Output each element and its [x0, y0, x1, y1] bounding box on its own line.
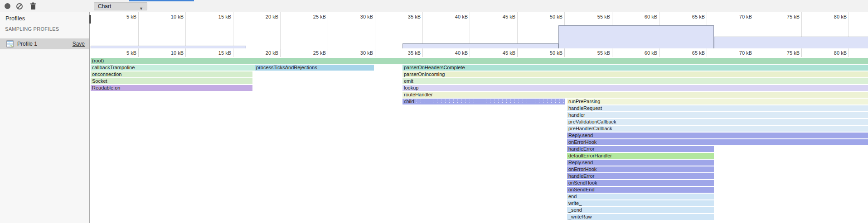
flame-frame[interactable]: onSendEnd — [567, 187, 714, 193]
flame-frame[interactable]: handleRequest — [567, 105, 868, 111]
flame-frame[interactable]: onconnection — [91, 71, 252, 77]
toolbar: Chart ▼ — [0, 0, 868, 12]
ruler-tick-label: 25 kB — [301, 14, 326, 19]
ruler-tick-label: 70 kB — [727, 14, 752, 19]
tick-gridline — [185, 12, 186, 49]
flame-frame[interactable]: handler — [567, 112, 868, 118]
tick-gridline — [138, 12, 139, 49]
tick-gridline — [233, 49, 233, 57]
save-profile-link[interactable]: Save — [73, 38, 85, 49]
ruler-tick-label: 40 kB — [443, 50, 468, 56]
flame-frame[interactable]: preValidationCallback — [567, 119, 868, 125]
ruler-tick-label: 75 kB — [775, 14, 800, 19]
flame-frame[interactable]: Socket — [91, 78, 252, 84]
tick-gridline — [707, 49, 707, 57]
flame-frame[interactable]: onSendHook — [567, 180, 714, 186]
memory-profiler-app: Chart ▼ Profiles SAMPLING PROFILES % Pro… — [0, 0, 868, 223]
ruler-tick-label: 65 kB — [680, 14, 705, 19]
flame-frame[interactable]: runPreParsing — [567, 99, 868, 104]
flame-frame[interactable]: emit — [402, 78, 868, 84]
tick-gridline — [754, 49, 754, 57]
flame-frame[interactable]: _send — [567, 207, 714, 213]
ruler-tick-label: 65 kB — [680, 50, 705, 56]
flame-frame[interactable]: end — [567, 194, 714, 199]
toolbar-divider — [90, 0, 90, 12]
profile-table-icon: % — [6, 40, 14, 47]
flame-frame[interactable]: Reply.send — [567, 133, 868, 138]
ruler-tick-label: 5 kB — [112, 50, 136, 56]
clear-button[interactable] — [15, 2, 24, 10]
sidebar-item-profile-1[interactable]: % Profile 1 Save — [0, 38, 89, 49]
ruler-tick-label: 35 kB — [396, 14, 421, 19]
ruler-tick-label: 45 kB — [491, 14, 515, 19]
ruler-tick-label: 45 kB — [491, 50, 515, 56]
active-tab-indicator — [129, 0, 194, 1]
record-icon — [5, 3, 10, 9]
ruler-tick-label: 20 kB — [254, 14, 278, 19]
flame-frame[interactable]: write_ — [567, 200, 714, 206]
tick-gridline — [659, 49, 659, 57]
sidebar-title: Profiles — [5, 15, 25, 22]
flame-frame[interactable]: callbackTrampoline — [91, 65, 255, 71]
ruler-tick-label: 50 kB — [538, 50, 563, 56]
overview-step — [91, 46, 246, 48]
ruler-tick-label: 30 kB — [349, 14, 373, 19]
sampling-profiles-heading: SAMPLING PROFILES — [5, 26, 59, 32]
flame-frame[interactable]: parserOnIncoming — [402, 71, 868, 77]
tick-gridline — [328, 58, 328, 223]
tick-gridline — [233, 12, 233, 49]
ruler-tick-label: 60 kB — [633, 14, 657, 19]
tick-gridline — [375, 12, 375, 49]
flame-frame[interactable]: parserOnHeadersComplete — [402, 65, 868, 71]
flame-frame[interactable]: (root) — [91, 58, 868, 64]
flame-frame[interactable]: onErrorHook — [567, 166, 714, 172]
trash-icon — [29, 2, 37, 10]
svg-text:%: % — [10, 44, 13, 48]
overview-step — [714, 37, 868, 48]
ruler-tick-label: 55 kB — [586, 50, 610, 56]
ruler-tick-label: 15 kB — [207, 50, 231, 56]
ruler-tick-label: 10 kB — [159, 14, 184, 19]
sidebar: Profiles SAMPLING PROFILES % Profile 1 S… — [0, 12, 90, 223]
flame-frame[interactable]: routeHandler — [402, 92, 868, 98]
flame-frame[interactable]: handleError — [567, 146, 714, 152]
dropdown-caret-icon: ▼ — [139, 5, 143, 12]
flame-frame[interactable]: defaultErrorHandler — [567, 153, 714, 159]
ruler-tick-label: 5 kB — [112, 14, 136, 19]
tick-gridline — [470, 49, 470, 57]
ruler-tick-label: 30 kB — [349, 50, 373, 56]
ruler-tick-label: 50 kB — [538, 14, 563, 19]
flame-frame[interactable]: _writeRaw — [567, 214, 714, 220]
tick-gridline — [422, 49, 423, 57]
overview-step — [402, 43, 558, 48]
ruler-tick-label: 80 kB — [822, 50, 847, 56]
flame-frame[interactable]: processTicksAndRejections — [255, 65, 374, 71]
flame-frame[interactable]: onErrorHook — [567, 139, 868, 145]
tick-gridline — [375, 58, 375, 223]
chart-view-dropdown[interactable]: Chart ▼ — [94, 2, 147, 10]
ruler-tick-label: 25 kB — [301, 50, 326, 56]
toolbar-separator — [26, 3, 26, 9]
tick-gridline — [564, 49, 565, 57]
tick-gridline — [849, 49, 849, 57]
delete-profile-button[interactable] — [29, 2, 37, 10]
tick-gridline — [185, 49, 186, 57]
ruler-tick-label: 80 kB — [822, 14, 847, 19]
flame-frame[interactable]: preHandlerCallback — [567, 126, 868, 132]
range-select-handle[interactable] — [89, 15, 91, 24]
tick-gridline — [517, 49, 518, 57]
tick-gridline — [612, 49, 612, 57]
overview-step — [558, 25, 714, 48]
ruler-tick-label: 40 kB — [443, 14, 468, 19]
tick-gridline — [280, 12, 281, 49]
flame-frame[interactable]: handleError — [567, 173, 714, 179]
tick-gridline — [375, 49, 375, 57]
flame-frame[interactable]: Readable.on — [91, 85, 252, 91]
ruler-tick-label: 35 kB — [396, 50, 421, 56]
ruler-tick-label: 75 kB — [775, 50, 800, 56]
flame-frame[interactable]: Reply.send — [567, 160, 714, 166]
flame-frame[interactable]: child — [402, 99, 565, 104]
chart-view-dropdown-value: Chart — [98, 3, 111, 9]
record-button[interactable] — [4, 2, 12, 10]
flame-frame[interactable]: lookup — [402, 85, 868, 91]
